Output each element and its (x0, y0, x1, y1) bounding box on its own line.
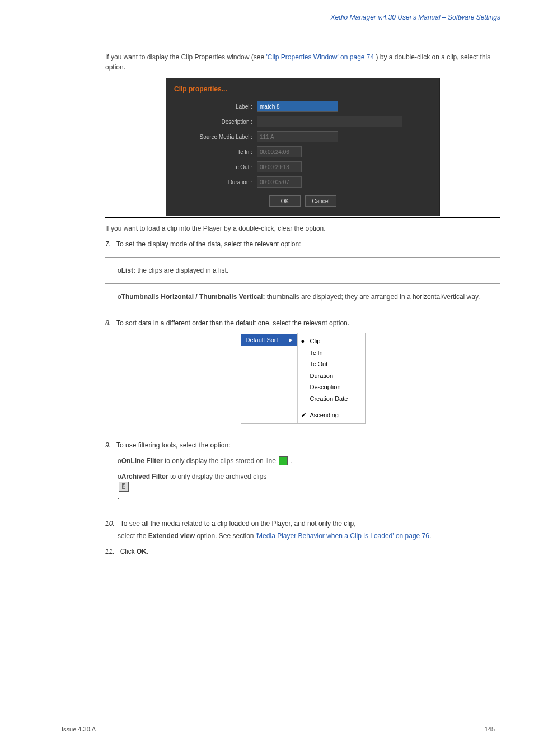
chevron-right-icon: ▶ (289, 337, 293, 344)
opt-list-bold: List: (121, 267, 138, 274)
menu-item-description-label: Description (310, 384, 341, 390)
menu-default-sort-label: Default Sort (246, 335, 278, 345)
opt-list-bullet: o (118, 267, 121, 274)
menu-item-ascending[interactable]: ✔Ascending (298, 409, 365, 421)
label-input[interactable] (257, 101, 338, 112)
footer-page-number: 145 (485, 725, 495, 734)
opt-online-bullet: o (118, 457, 121, 465)
footer-issue: Issue 4.30.A (62, 725, 96, 734)
step-9: 9.To use filtering tools, select the opt… (105, 440, 500, 450)
opt-archived-text: to only display the archived clips (170, 473, 266, 480)
desc-label: Description : (174, 118, 257, 126)
menu-item-tcout-label: Tc Out (310, 361, 328, 367)
tcout-label: Tc Out : (174, 163, 257, 171)
step-10-text-a: To see all the media related to a clip l… (120, 520, 356, 528)
online-square-icon (279, 456, 288, 465)
step-7: 7.To set the display mode of the data, s… (105, 239, 500, 249)
opt-online: oOnLine Filter to only display the clips… (118, 456, 500, 466)
step-10-cont: select the Extended view option. See sec… (118, 531, 500, 541)
step-11: 11.Click OK. (105, 547, 500, 557)
ok-button[interactable]: OK (269, 195, 301, 207)
opt-online-bold: OnLine Filter (121, 457, 165, 465)
step-10-link[interactable]: 'Media Player Behavior when a Clip is Lo… (256, 532, 429, 540)
step-7-text: To set the display mode of the data, sel… (116, 240, 301, 248)
line-load-clip: If you want to load a clip into the Play… (105, 223, 500, 234)
archive-icon: 🗄 (119, 482, 129, 492)
menu-figure: Default Sort▶ ●Clip Tc In Tc Out Duratio… (105, 333, 500, 424)
src-label: Source Media Label : (174, 133, 257, 141)
menu-default-sort[interactable]: Default Sort▶ (241, 334, 297, 346)
intro-paragraph: If you want to display the Clip Properti… (105, 52, 500, 72)
rule-top (105, 46, 500, 46)
opt-thumb-bullet: o (118, 293, 121, 301)
tcout-input (257, 161, 302, 172)
menu-item-description[interactable]: Description (298, 381, 365, 393)
opt-online-text: to only display the clips stored on line (165, 457, 278, 465)
opt-list-text: the clips are displayed in a list. (137, 267, 228, 274)
step-8-num: 8. (105, 319, 111, 327)
opt-thumb: oThumbnails Horizontal / Thumbnails Vert… (118, 292, 500, 302)
opt-archived-text2: . (118, 493, 119, 501)
step-11-pre: Click (120, 548, 137, 556)
opt-thumb-text: thumbnails are displayed; they are arran… (267, 293, 480, 301)
step-11-num: 11. (105, 548, 115, 556)
description-input[interactable] (257, 116, 402, 127)
step-8: 8.To sort data in a different order than… (105, 318, 500, 328)
menu-item-duration-label: Duration (310, 372, 334, 379)
menu-left-col: Default Sort▶ (241, 333, 297, 423)
dialog-title: Clip properties... (174, 84, 432, 94)
step-11-post: . (147, 548, 148, 556)
header-underline (62, 44, 106, 44)
opt-thumb-bold: Thumbnails Horizontal / Thumbnails Verti… (121, 293, 267, 301)
menu-item-tcout[interactable]: Tc Out (298, 358, 365, 370)
step-7-num: 7. (105, 240, 111, 248)
step-10-pre: select the (118, 532, 148, 540)
rule-7b (105, 283, 500, 284)
step-8-text: To sort data in a different order than t… (116, 319, 349, 327)
header-link[interactable]: Xedio Manager v.4.30 User's Manual – Sof… (330, 13, 500, 21)
menu-right-col: ●Clip Tc In Tc Out Duration Description … (297, 333, 365, 423)
tcin-label: Tc In : (174, 148, 257, 156)
step-10-bold: Extended view (148, 532, 195, 540)
menu-item-tcin[interactable]: Tc In (298, 347, 365, 359)
cancel-button[interactable]: Cancel (305, 195, 336, 207)
step-11-bold: OK (137, 548, 147, 556)
source-media-input (257, 131, 338, 142)
step-10-post2: . (429, 532, 431, 540)
menu-divider (301, 407, 362, 407)
clip-properties-dialog: Clip properties... Label : Description :… (166, 78, 440, 216)
bullet-icon: ● (301, 337, 305, 346)
intro-link[interactable]: 'Clip Properties Window' on page 74 (266, 53, 374, 61)
opt-list: oList: the clips are displayed in a list… (118, 265, 500, 276)
menu-item-tcin-label: Tc In (310, 349, 323, 356)
step-10: 10.To see all the media related to a cli… (105, 519, 500, 529)
header-link-wrap: Xedio Manager v.4.30 User's Manual – Sof… (62, 12, 500, 22)
rule-8 (105, 310, 500, 310)
label-label: Label : (174, 102, 257, 111)
page-footer: Issue 4.30.A 145 (0, 721, 534, 734)
check-icon: ✔ (301, 410, 306, 420)
opt-archived: oArchived Filter to only display the arc… (118, 472, 500, 502)
rule-under-dialog (105, 217, 500, 218)
tcin-input (257, 146, 302, 157)
opt-archived-bold: Archived Filter (121, 473, 170, 480)
default-sort-menu: Default Sort▶ ●Clip Tc In Tc Out Duratio… (241, 333, 366, 424)
step-9-num: 9. (105, 441, 111, 449)
opt-online-text2: . (291, 457, 293, 465)
menu-item-duration[interactable]: Duration (298, 370, 365, 382)
step-10-num: 10. (105, 520, 115, 528)
duration-input (257, 176, 302, 188)
menu-item-clip-label: Clip (310, 338, 321, 344)
footer-underline (62, 721, 106, 721)
dur-label: Duration : (174, 178, 257, 186)
menu-item-creation-date-label: Creation Date (310, 395, 348, 402)
step-10-post: option. See section (195, 532, 256, 540)
dialog-figure: Clip properties... Label : Description :… (105, 78, 500, 216)
rule-9 (105, 432, 500, 432)
opt-archived-bullet: o (118, 473, 121, 480)
menu-item-ascending-label: Ascending (310, 412, 339, 418)
menu-item-clip[interactable]: ●Clip (298, 335, 365, 347)
menu-item-creation-date[interactable]: Creation Date (298, 393, 365, 405)
step-9-text: To use filtering tools, select the optio… (116, 441, 230, 449)
rule-7a (105, 257, 500, 258)
